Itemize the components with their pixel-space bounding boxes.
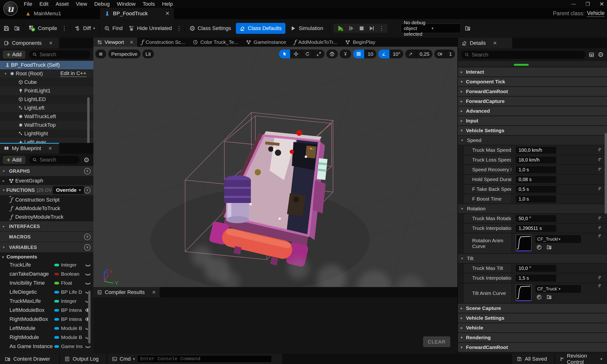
revert-icon[interactable] (597, 167, 603, 172)
blueprint-item[interactable]: ▸EventGraph (0, 177, 93, 185)
details-subcategory-tilt[interactable]: ▾Tilt (458, 254, 607, 263)
perspective-button[interactable]: Perspective (108, 50, 141, 58)
variable-row[interactable]: Invicibility Time Float (0, 278, 93, 287)
browse-to-asset-icon[interactable] (546, 244, 552, 250)
snap-axes-button[interactable] (340, 50, 351, 58)
add-macros-icon[interactable]: + (84, 234, 90, 240)
cmd-dropdown[interactable]: Cmd (120, 356, 130, 362)
details-category-input[interactable]: ▸Input (458, 116, 607, 125)
browse-asset-icon[interactable] (14, 25, 20, 31)
menu-view[interactable]: View (76, 1, 87, 7)
tab-compiler-results[interactable]: Compiler Results ✕ (93, 287, 160, 297)
camera-speed-icon[interactable] (434, 50, 446, 58)
move-tool-button[interactable] (290, 50, 302, 58)
menu-debug[interactable]: Debug (94, 1, 110, 7)
curve-asset-dropdown[interactable]: CF_TruckTiltCurve▾ (535, 285, 581, 293)
edit-in-cpp-link[interactable]: Edit in C++ (60, 70, 86, 77)
menu-edit[interactable]: Edit (39, 1, 48, 7)
component-tree-row[interactable]: Cube (0, 78, 93, 87)
close-panel-icon[interactable]: ✕ (49, 40, 53, 46)
details-category-vehicle-settings[interactable]: ▾Vehicle Settings (458, 126, 607, 135)
eye-closed-icon[interactable] (82, 280, 93, 286)
use-selected-icon[interactable] (536, 294, 542, 300)
details-category-forwardcapture[interactable]: ▸ForwardCapture (458, 97, 607, 106)
components-scrollbar[interactable] (87, 97, 90, 143)
section-variables[interactable]: ▾VARIABLES + (0, 242, 93, 252)
tab-components[interactable]: Components ✕ (0, 38, 59, 48)
details-subcategory-speed[interactable]: ▾Speed (458, 136, 607, 145)
property-value-input[interactable]: 50,0 ° (516, 215, 556, 222)
details-category-advanced[interactable]: ▸Advanced (458, 106, 607, 116)
eye-closed-icon[interactable] (82, 343, 93, 350)
close-tab-icon[interactable]: ✕ (165, 11, 170, 17)
curve-thumbnail[interactable] (516, 285, 531, 301)
class-defaults-button[interactable]: Class Defaults (236, 23, 285, 34)
details-category-scene-capture[interactable]: ▸Scene Capture (458, 304, 607, 313)
compile-options-icon[interactable]: ⋮ (60, 25, 69, 32)
world-space-button[interactable] (326, 50, 338, 58)
tab-my-blueprint[interactable]: My Blueprint ✕ (0, 143, 59, 154)
close-panel-icon[interactable]: ✕ (48, 145, 52, 151)
settings-gear-icon[interactable]: ⚙ (83, 156, 89, 164)
revert-icon[interactable] (597, 186, 603, 192)
property-value-input[interactable]: 1,290511 s (516, 225, 556, 232)
scale-snap-icon[interactable] (405, 50, 416, 58)
variable-row[interactable]: LeftModule Module B (0, 324, 93, 333)
tab-mainmenu1[interactable]: ▲ MainMenu1 (21, 8, 100, 19)
component-tree-row[interactable]: ▾ Root (Root)Edit in C++ (0, 69, 93, 78)
eye-closed-icon[interactable] (82, 262, 93, 268)
display-filter-icon[interactable] (589, 51, 594, 59)
grid-snap-icon[interactable] (353, 50, 364, 58)
diff-button[interactable]: Diff▾ (72, 22, 98, 35)
blueprint-item[interactable]: ƒDestroyModuleTruck (0, 213, 93, 221)
hide-unrelated-options-icon[interactable]: ⋮ (175, 25, 183, 32)
close-button[interactable]: ✕ (599, 1, 604, 7)
my-blueprint-search-input[interactable]: Search (29, 156, 79, 164)
details-category-vehicle-settings[interactable]: ▸Vehicle Settings (458, 313, 607, 323)
section-functions[interactable]: ▾FUNCTIONS (25 OVERRI Override▾ + (0, 185, 93, 195)
add-graphs-icon[interactable]: + (84, 168, 90, 174)
doc-tab-beginplay[interactable]: BeginPlay (341, 38, 379, 47)
revert-icon[interactable] (597, 225, 603, 231)
tab-bp-foodtruck[interactable]: BP_FoodTruck ✕ (100, 8, 174, 19)
section-graphs[interactable]: ▾GRAPHS + (0, 166, 93, 176)
component-tree-row[interactable]: WallTruckLeft (0, 112, 93, 121)
frame-skip-button[interactable] (346, 25, 356, 31)
revert-icon[interactable] (597, 283, 603, 289)
eye-closed-icon[interactable] (82, 325, 93, 331)
variable-row[interactable]: RightModule Module B (0, 333, 93, 342)
scale-snap-value[interactable]: 0,25 (416, 50, 432, 58)
hide-unrelated-button[interactable]: Hide Unrelated (126, 22, 175, 35)
save-icon[interactable] (3, 25, 10, 31)
revert-icon[interactable] (597, 234, 603, 239)
variable-row[interactable]: RightModuleBox BP Intera (0, 315, 93, 324)
scale-tool-button[interactable] (313, 50, 324, 58)
variable-row[interactable]: canTakeDamage Boolean (0, 269, 93, 278)
details-category-interact[interactable]: ▸Interact (458, 67, 607, 77)
doc-tab-gameinstance[interactable]: GameInstance (242, 38, 290, 47)
doc-tab-viewport[interactable]: Viewport✕ (93, 38, 137, 47)
close-panel-icon[interactable]: ✕ (152, 289, 156, 295)
menu-tools[interactable]: Tools (143, 1, 155, 7)
details-settings-gear-icon[interactable]: ⚙ (598, 51, 604, 59)
add-functions-icon[interactable]: + (84, 187, 90, 194)
component-tree-row[interactable]: BP_FoodTruck (Self) (0, 61, 93, 69)
eye-closed-icon[interactable] (82, 289, 93, 295)
angle-snap-value[interactable]: 10° (390, 50, 403, 58)
viewport-3d[interactable]: Z X Y Perspective Lit (93, 47, 457, 287)
class-settings-button[interactable]: ⚙Class Settings (186, 22, 234, 35)
component-tree-row[interactable]: PointLight1 (0, 87, 93, 95)
details-category-forwardcamroot[interactable]: ▸ForwardCamRoot (458, 87, 607, 96)
eye-closed-icon[interactable] (82, 298, 93, 304)
add-blueprint-item-button[interactable]: +Add (3, 156, 25, 164)
unreal-logo-icon[interactable]: u (3, 1, 18, 16)
property-value-input[interactable]: 1,0 s (516, 166, 556, 173)
menu-help[interactable]: Help (162, 1, 173, 7)
revert-icon[interactable] (597, 157, 603, 163)
revision-control-button[interactable]: Revision Control ▾ (555, 354, 607, 364)
eye-closed-icon[interactable] (82, 334, 93, 340)
content-drawer-button[interactable]: Content Drawer (0, 354, 59, 364)
variable-row[interactable]: TruckLife Integer (0, 260, 93, 269)
variable-row[interactable]: LifeDiegetic BP Life D (0, 287, 93, 297)
output-log-button[interactable]: Output Log (60, 354, 106, 364)
